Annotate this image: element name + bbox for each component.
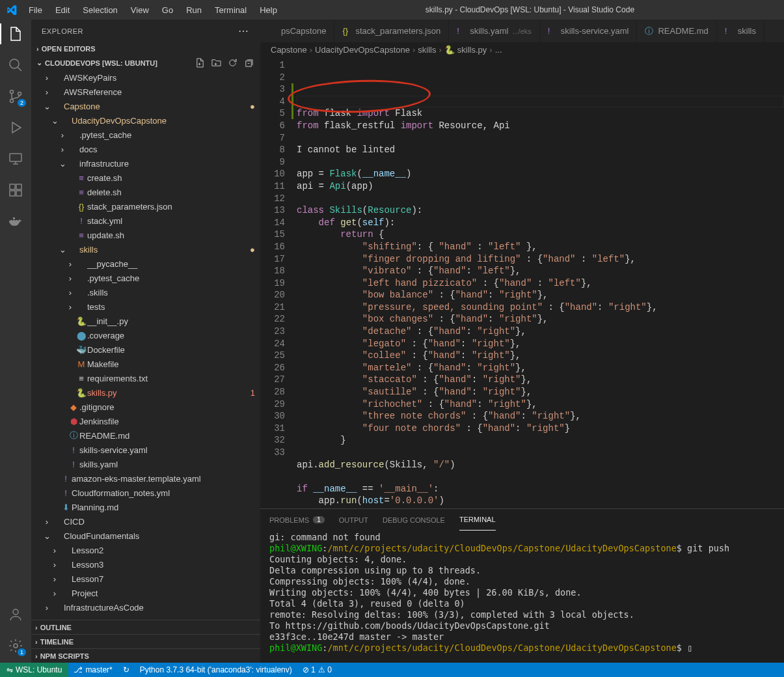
refresh-icon[interactable] [228,58,237,68]
file-amazon-eks-master-template-yaml[interactable]: !amazon-eks-master.template.yaml [31,471,260,486]
folder-skills[interactable]: ⌄skills● [31,242,260,256]
search-icon[interactable] [7,56,25,74]
docker-icon[interactable] [7,212,25,230]
menu-selection[interactable]: Selection [77,3,122,18]
remote-indicator[interactable]: ⇋WSL: Ubuntu [0,663,68,677]
twistie-icon: › [65,273,75,283]
file-delete-sh[interactable]: ≡delete.sh [31,185,260,199]
panel-tab-terminal[interactable]: TERMINAL [459,509,496,531]
terminal-output[interactable]: gi: command not foundphil@XWING:/mnt/c/p… [260,531,784,663]
tab-skills[interactable]: !skills [717,20,764,42]
remote-explorer-icon[interactable] [7,150,25,168]
tab-skills-yaml[interactable]: !skills.yaml.../eks [449,20,540,42]
file-create-sh[interactable]: ≡create.sh [31,171,260,185]
file-readme-md[interactable]: ⓘREADME.md [31,428,260,443]
panel-tab-output[interactable]: OUTPUT [339,509,368,531]
json-icon: {} [342,26,351,36]
file-tree[interactable]: ›AWSKeyPairs›AWSReference⌄Capstone●⌄Udac… [31,70,260,620]
breadcrumb[interactable]: Capstone›UdacityDevOpsCapstone›skills›🐍 … [260,42,784,57]
new-folder-icon[interactable] [211,58,221,68]
svg-point-14 [14,644,18,648]
explorer-icon[interactable] [7,25,25,43]
folder-project[interactable]: ›Project [31,586,260,600]
editor-tabs[interactable]: psCapstone{}stack_parameters.json!skills… [260,20,784,42]
tab-pscapstone[interactable]: psCapstone [260,20,334,42]
folder-udacitydevopscapstone[interactable]: ⌄UdacityDevOpsCapstone [31,113,260,128]
md-icon: ⬇ [60,503,72,512]
file-planning-md[interactable]: ⬇Planning.md [31,500,260,514]
outline-section[interactable]: ›OUTLINE [31,620,260,634]
git-branch[interactable]: ⎇master* [68,663,117,677]
file-stack-parameters-json[interactable]: {}stack_parameters.json [31,199,260,214]
file---init---py[interactable]: 🐍__init__.py [31,314,260,328]
new-file-icon[interactable] [195,58,205,68]
folder-lesson3[interactable]: ›Lesson3 [31,557,260,572]
file-jenkinsfile[interactable]: ⬢Jenkinsfile [31,414,260,428]
tree-item-label: .coverage [87,331,255,340]
settings-gear-icon[interactable]: 1 [7,637,25,655]
file--gitignore[interactable]: ◆.gitignore [31,400,260,414]
run-debug-icon[interactable] [7,118,25,137]
folder-capstone[interactable]: ⌄Capstone● [31,99,260,113]
workspace-root-section[interactable]: ⌄CLOUDDEVOPS [WSL: UBUNTU] [31,55,260,70]
folder-cloudfundamentals[interactable]: ⌄CloudFundamentals [31,529,260,543]
open-editors-section[interactable]: ›OPEN EDITORS [31,42,260,55]
file-makefile[interactable]: MMakefile [31,357,260,371]
collapse-all-icon[interactable] [244,58,254,68]
problems-status[interactable]: ⊘ 1⚠ 0 [297,663,337,677]
file-stack-yml[interactable]: !stack.yml [31,214,260,228]
breadcrumb-item[interactable]: skills [418,45,436,55]
git-sync[interactable]: ↻ [118,663,135,677]
folder-lesson2[interactable]: ›Lesson2 [31,543,260,557]
file-requirements-txt[interactable]: ≡requirements.txt [31,371,260,385]
folder-infrastructure[interactable]: ⌄infrastructure [31,156,260,171]
menu-terminal[interactable]: Terminal [210,3,252,18]
npm-scripts-section[interactable]: ›NPM SCRIPTS [31,648,260,663]
file-update-sh[interactable]: ≡update.sh [31,228,260,242]
folder--skills[interactable]: ›.skills [31,285,260,299]
menu-run[interactable]: Run [181,3,207,18]
folder-tests[interactable]: ›tests [31,299,260,314]
timeline-section[interactable]: ›TIMELINE [31,634,260,648]
tab-readme-md[interactable]: ⓘREADME.md [637,20,716,42]
file-skills-service-yaml[interactable]: !skills-service.yaml [31,443,260,457]
panel-tab-debug-console[interactable]: DEBUG CONSOLE [383,509,445,531]
file-dockerfile[interactable]: 🐳Dockerfile [31,342,260,357]
file-cloudformation-notes-yml[interactable]: !Cloudformation_notes.yml [31,486,260,500]
folder-infrastructureascode[interactable]: ›InfrastructureAsCode [31,600,260,615]
tree-item-label: tests [87,302,255,312]
folder---pycache--[interactable]: ›__pycache__ [31,256,260,271]
sh-icon: ≡ [75,173,87,183]
source-control-icon[interactable]: 2 [7,87,25,105]
menu-file[interactable]: File [23,3,47,18]
folder--pytest-cache[interactable]: ›.pytest_cache [31,271,260,285]
tab-skills-service-yaml[interactable]: !skills-service.yaml [540,20,638,42]
breadcrumb-item[interactable]: Capstone [271,45,307,55]
menu-view[interactable]: View [126,3,154,18]
breadcrumb-item[interactable]: UdacityDevOpsCapstone [315,45,410,55]
panel-tab-problems[interactable]: PROBLEMS1 [269,509,325,531]
extensions-icon[interactable] [7,181,25,199]
menu-edit[interactable]: Edit [50,3,75,18]
accounts-icon[interactable] [7,605,25,624]
menu-help[interactable]: Help [254,3,282,18]
tree-item-label: .skills [87,288,255,297]
folder-docs[interactable]: ›docs [31,142,260,156]
file-skills-py[interactable]: 🐍skills.py1 [31,385,260,400]
folder--pytest-cache[interactable]: ›.pytest_cache [31,128,260,142]
tab-stack-parameters-json[interactable]: {}stack_parameters.json [334,20,449,42]
menu-go[interactable]: Go [157,3,178,18]
file--coverage[interactable]: ⬤.coverage [31,328,260,342]
folder-awsreference[interactable]: ›AWSReference [31,85,260,99]
explorer-more-icon[interactable]: ⋯ [238,25,250,37]
breadcrumb-item[interactable]: skills.py [457,45,487,55]
code-editor[interactable]: 1234567891011121314151617181920212223242… [260,57,784,508]
python-interpreter[interactable]: Python 3.7.3 64-bit ('anaconda3': virtua… [135,663,297,677]
folder-lesson7[interactable]: ›Lesson7 [31,572,260,586]
folder-cicd[interactable]: ›CICD [31,514,260,529]
breadcrumb-item[interactable]: ... [495,45,502,55]
folder-awskeypairs[interactable]: ›AWSKeyPairs [31,70,260,85]
tree-item-label: Lesson2 [72,546,255,555]
code-content[interactable]: from flask import Flaskfrom flask_restfu… [297,57,784,508]
file-skills-yaml[interactable]: !skills.yaml [31,457,260,471]
